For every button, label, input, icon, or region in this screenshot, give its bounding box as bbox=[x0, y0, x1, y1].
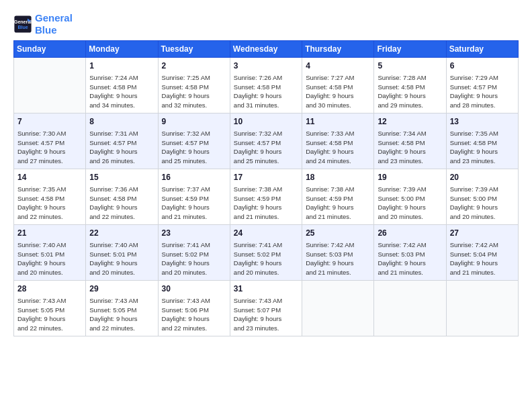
day-number: 26 bbox=[378, 228, 442, 239]
calendar-cell: 5Sunrise: 7:28 AMSunset: 4:58 PMDaylight… bbox=[374, 58, 446, 113]
day-number: 24 bbox=[234, 228, 298, 239]
day-number: 3 bbox=[234, 60, 298, 72]
day-number: 7 bbox=[17, 116, 82, 128]
cell-sun-info: Sunrise: 7:41 AMSunset: 5:02 PMDaylight:… bbox=[162, 240, 226, 277]
cell-sun-info: Sunrise: 7:39 AMSunset: 5:00 PMDaylight:… bbox=[378, 185, 442, 222]
logo: General Blue GeneralBlue bbox=[13, 12, 73, 36]
cell-sun-info: Sunrise: 7:42 AMSunset: 5:03 PMDaylight:… bbox=[378, 240, 442, 277]
calendar-week-row: 14Sunrise: 7:35 AMSunset: 4:58 PMDayligh… bbox=[14, 169, 519, 225]
day-number: 31 bbox=[234, 283, 298, 295]
day-number: 22 bbox=[89, 228, 154, 239]
cell-sun-info: Sunrise: 7:28 AMSunset: 4:58 PMDaylight:… bbox=[378, 73, 442, 110]
calendar-cell: 30Sunrise: 7:43 AMSunset: 5:06 PMDayligh… bbox=[158, 281, 230, 336]
cell-sun-info: Sunrise: 7:35 AMSunset: 4:58 PMDaylight:… bbox=[450, 129, 515, 166]
day-number: 1 bbox=[89, 60, 154, 72]
day-number: 9 bbox=[162, 116, 226, 128]
cell-sun-info: Sunrise: 7:24 AMSunset: 4:58 PMDaylight:… bbox=[89, 73, 154, 110]
cell-sun-info: Sunrise: 7:32 AMSunset: 4:57 PMDaylight:… bbox=[234, 129, 298, 166]
day-number: 17 bbox=[234, 172, 298, 183]
calendar-cell: 14Sunrise: 7:35 AMSunset: 4:58 PMDayligh… bbox=[14, 169, 86, 225]
logo-icon: General Blue bbox=[13, 15, 32, 34]
day-number: 11 bbox=[306, 116, 370, 128]
weekday-header: Saturday bbox=[446, 41, 518, 58]
calendar-cell: 11Sunrise: 7:33 AMSunset: 4:58 PMDayligh… bbox=[302, 113, 374, 169]
logo-text: GeneralBlue bbox=[35, 12, 73, 36]
cell-sun-info: Sunrise: 7:41 AMSunset: 5:02 PMDaylight:… bbox=[234, 240, 298, 277]
calendar-cell: 1Sunrise: 7:24 AMSunset: 4:58 PMDaylight… bbox=[86, 58, 158, 113]
cell-sun-info: Sunrise: 7:35 AMSunset: 4:58 PMDaylight:… bbox=[17, 185, 82, 222]
cell-sun-info: Sunrise: 7:38 AMSunset: 4:59 PMDaylight:… bbox=[234, 185, 298, 222]
day-number: 18 bbox=[306, 172, 370, 183]
day-number: 27 bbox=[450, 228, 515, 239]
calendar-cell: 2Sunrise: 7:25 AMSunset: 4:58 PMDaylight… bbox=[158, 58, 230, 113]
day-number: 21 bbox=[17, 228, 82, 239]
day-number: 2 bbox=[162, 60, 226, 72]
calendar-cell: 6Sunrise: 7:29 AMSunset: 4:57 PMDaylight… bbox=[446, 58, 518, 113]
cell-sun-info: Sunrise: 7:36 AMSunset: 4:58 PMDaylight:… bbox=[89, 185, 154, 222]
cell-sun-info: Sunrise: 7:34 AMSunset: 4:58 PMDaylight:… bbox=[378, 129, 442, 166]
cell-sun-info: Sunrise: 7:42 AMSunset: 5:04 PMDaylight:… bbox=[450, 240, 515, 277]
calendar-week-row: 21Sunrise: 7:40 AMSunset: 5:01 PMDayligh… bbox=[14, 225, 519, 281]
calendar-cell: 31Sunrise: 7:43 AMSunset: 5:07 PMDayligh… bbox=[230, 281, 302, 336]
day-number: 28 bbox=[17, 283, 82, 295]
svg-rect-0 bbox=[14, 15, 31, 32]
calendar-cell: 23Sunrise: 7:41 AMSunset: 5:02 PMDayligh… bbox=[158, 225, 230, 281]
calendar-cell: 28Sunrise: 7:43 AMSunset: 5:05 PMDayligh… bbox=[14, 281, 86, 336]
calendar-cell: 9Sunrise: 7:32 AMSunset: 4:57 PMDaylight… bbox=[158, 113, 230, 169]
cell-sun-info: Sunrise: 7:25 AMSunset: 4:58 PMDaylight:… bbox=[162, 73, 226, 110]
calendar-cell: 22Sunrise: 7:40 AMSunset: 5:01 PMDayligh… bbox=[86, 225, 158, 281]
cell-sun-info: Sunrise: 7:43 AMSunset: 5:05 PMDaylight:… bbox=[89, 296, 154, 333]
calendar-week-row: 1Sunrise: 7:24 AMSunset: 4:58 PMDaylight… bbox=[14, 58, 519, 113]
cell-sun-info: Sunrise: 7:43 AMSunset: 5:05 PMDaylight:… bbox=[17, 296, 82, 333]
cell-sun-info: Sunrise: 7:40 AMSunset: 5:01 PMDaylight:… bbox=[17, 240, 82, 277]
day-number: 8 bbox=[89, 116, 154, 128]
day-number: 5 bbox=[378, 60, 442, 72]
day-number: 25 bbox=[306, 228, 370, 239]
calendar-week-row: 7Sunrise: 7:30 AMSunset: 4:57 PMDaylight… bbox=[14, 113, 519, 169]
cell-sun-info: Sunrise: 7:26 AMSunset: 4:58 PMDaylight:… bbox=[234, 73, 298, 110]
day-number: 6 bbox=[450, 60, 515, 72]
calendar-cell: 10Sunrise: 7:32 AMSunset: 4:57 PMDayligh… bbox=[230, 113, 302, 169]
calendar-cell: 4Sunrise: 7:27 AMSunset: 4:58 PMDaylight… bbox=[302, 58, 374, 113]
calendar-cell bbox=[14, 58, 86, 113]
cell-sun-info: Sunrise: 7:40 AMSunset: 5:01 PMDaylight:… bbox=[89, 240, 154, 277]
calendar-cell: 26Sunrise: 7:42 AMSunset: 5:03 PMDayligh… bbox=[374, 225, 446, 281]
cell-sun-info: Sunrise: 7:38 AMSunset: 4:59 PMDaylight:… bbox=[306, 185, 370, 222]
calendar-cell bbox=[446, 281, 518, 336]
day-number: 23 bbox=[162, 228, 226, 239]
calendar-cell: 16Sunrise: 7:37 AMSunset: 4:59 PMDayligh… bbox=[158, 169, 230, 225]
day-number: 19 bbox=[378, 172, 442, 183]
cell-sun-info: Sunrise: 7:43 AMSunset: 5:06 PMDaylight:… bbox=[162, 296, 226, 333]
cell-sun-info: Sunrise: 7:43 AMSunset: 5:07 PMDaylight:… bbox=[234, 296, 298, 333]
weekday-header: Tuesday bbox=[158, 41, 230, 58]
calendar-cell: 13Sunrise: 7:35 AMSunset: 4:58 PMDayligh… bbox=[446, 113, 518, 169]
day-number: 30 bbox=[162, 283, 226, 295]
calendar-cell: 12Sunrise: 7:34 AMSunset: 4:58 PMDayligh… bbox=[374, 113, 446, 169]
page-header: General Blue GeneralBlue bbox=[13, 12, 519, 36]
day-number: 13 bbox=[450, 116, 515, 128]
weekday-header: Wednesday bbox=[230, 41, 302, 58]
day-number: 15 bbox=[89, 172, 154, 183]
calendar-cell: 19Sunrise: 7:39 AMSunset: 5:00 PMDayligh… bbox=[374, 169, 446, 225]
calendar-cell: 21Sunrise: 7:40 AMSunset: 5:01 PMDayligh… bbox=[14, 225, 86, 281]
day-number: 14 bbox=[17, 172, 82, 183]
svg-text:Blue: Blue bbox=[17, 25, 28, 30]
calendar-cell: 25Sunrise: 7:42 AMSunset: 5:03 PMDayligh… bbox=[302, 225, 374, 281]
day-number: 12 bbox=[378, 116, 442, 128]
calendar-header-row: SundayMondayTuesdayWednesdayThursdayFrid… bbox=[14, 41, 519, 58]
cell-sun-info: Sunrise: 7:42 AMSunset: 5:03 PMDaylight:… bbox=[306, 240, 370, 277]
weekday-header: Monday bbox=[86, 41, 158, 58]
calendar-cell: 27Sunrise: 7:42 AMSunset: 5:04 PMDayligh… bbox=[446, 225, 518, 281]
cell-sun-info: Sunrise: 7:39 AMSunset: 5:00 PMDaylight:… bbox=[450, 185, 515, 222]
calendar-cell: 18Sunrise: 7:38 AMSunset: 4:59 PMDayligh… bbox=[302, 169, 374, 225]
calendar-cell: 8Sunrise: 7:31 AMSunset: 4:57 PMDaylight… bbox=[86, 113, 158, 169]
day-number: 10 bbox=[234, 116, 298, 128]
cell-sun-info: Sunrise: 7:27 AMSunset: 4:58 PMDaylight:… bbox=[306, 73, 370, 110]
weekday-header: Sunday bbox=[14, 41, 86, 58]
cell-sun-info: Sunrise: 7:31 AMSunset: 4:57 PMDaylight:… bbox=[89, 129, 154, 166]
calendar-cell: 7Sunrise: 7:30 AMSunset: 4:57 PMDaylight… bbox=[14, 113, 86, 169]
calendar-cell bbox=[374, 281, 446, 336]
calendar-cell bbox=[302, 281, 374, 336]
calendar-container: General Blue GeneralBlue SundayMondayTue… bbox=[0, 0, 532, 411]
day-number: 29 bbox=[89, 283, 154, 295]
